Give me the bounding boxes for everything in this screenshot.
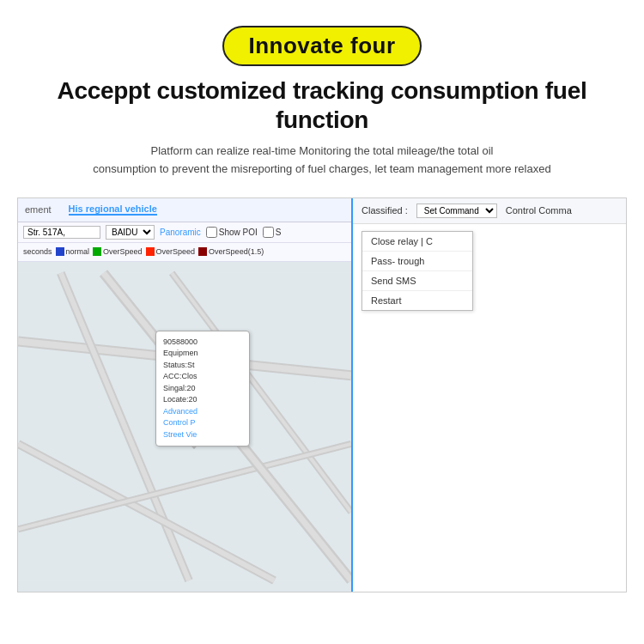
legend-box-overspeed1 <box>93 247 101 256</box>
subtitle-line2: consumption to prevent the misreporting … <box>93 162 550 175</box>
info-popup: 90588000 Equipmen Status:St ACC:Clos Sin… <box>155 331 250 447</box>
legend-item-overspeed15: OverSpeed(1.5) <box>198 247 264 256</box>
legend-label-overspeed2: OverSpeed <box>156 247 196 256</box>
tab-management[interactable]: ement <box>25 204 52 215</box>
legend-bar: seconds normal OverSpeed OverSpeed OverS… <box>18 243 351 262</box>
dropdown-menu: Close relay | C Pass- trough Send SMS Re… <box>361 231 473 311</box>
left-top-bar: ement His regional vehicle <box>18 198 351 222</box>
right-bottom-area <box>353 318 626 592</box>
legend-label-overspeed1: OverSpeed <box>103 247 143 256</box>
menu-item-restart[interactable]: Restart <box>362 291 472 310</box>
map-canvas[interactable]: 90588000 Equipmen Status:St ACC:Clos Sin… <box>18 262 351 592</box>
subtitle-line1: Platform can realize real-time Monitorin… <box>151 144 494 157</box>
left-panel: ement His regional vehicle BAIDU Panoram… <box>18 198 353 592</box>
classified-label: Classified : <box>361 205 408 216</box>
legend-item-normal: normal <box>56 247 90 256</box>
badge-wrapper: Innovate four <box>222 26 421 66</box>
main-title: Acceppt customized tracking consumption … <box>17 76 627 134</box>
right-top-bar: Classified : Set Command Control Comma <box>353 198 626 224</box>
legend-box-overspeed15 <box>198 247 207 256</box>
innovate-badge: Innovate four <box>222 26 421 66</box>
popup-status: Status:St <box>163 360 242 372</box>
legend-box-normal <box>56 247 64 256</box>
legend-item-overspeed1: OverSpeed <box>93 247 143 256</box>
legend-item-overspeed2: OverSpeed <box>146 247 196 256</box>
menu-item-send-sms[interactable]: Send SMS <box>362 271 472 291</box>
legend-seconds: seconds <box>23 247 52 256</box>
popup-equipment: Equipmen <box>163 348 242 360</box>
set-command-select[interactable]: Set Command <box>416 204 497 218</box>
right-panel: Classified : Set Command Control Comma C… <box>353 198 626 592</box>
show-s-checkbox[interactable] <box>263 227 274 238</box>
controls-bar: BAIDU Panoramic Show POI S <box>18 222 351 243</box>
control-command-label: Control Comma <box>506 205 572 216</box>
menu-item-pass-trough[interactable]: Pass- trough <box>362 252 472 271</box>
popup-advanced-link[interactable]: Advanced <box>163 406 242 418</box>
show-poi-checkbox[interactable] <box>206 227 217 238</box>
popup-id: 90588000 <box>163 337 242 349</box>
address-input[interactable] <box>23 226 100 239</box>
legend-label-normal: normal <box>66 247 90 256</box>
screenshot-area: ement His regional vehicle BAIDU Panoram… <box>17 197 627 592</box>
tab-regional-vehicle[interactable]: His regional vehicle <box>69 204 157 216</box>
popup-street-link[interactable]: Street Vie <box>163 429 242 441</box>
popup-acc: ACC:Clos <box>163 371 242 383</box>
badge-text: Innovate four <box>248 33 395 58</box>
popup-locate: Locate:20 <box>163 394 242 406</box>
panoramic-link[interactable]: Panoramic <box>160 228 201 237</box>
subtitle: Platform can realize real-time Monitorin… <box>93 143 550 179</box>
legend-label-overspeed15: OverSpeed(1.5) <box>209 247 264 256</box>
menu-item-close-relay[interactable]: Close relay | C <box>362 232 472 252</box>
show-s-text: S <box>276 228 282 237</box>
page-wrapper: Innovate four Acceppt customized trackin… <box>0 0 644 644</box>
map-type-select[interactable]: BAIDU <box>106 225 155 240</box>
popup-control-link[interactable]: Control P <box>163 417 242 429</box>
legend-box-overspeed2 <box>146 247 155 256</box>
popup-signal: Singal:20 <box>163 383 242 395</box>
show-poi-text: Show POI <box>219 228 258 237</box>
show-poi-label: Show POI <box>206 227 258 238</box>
show-s-label: S <box>263 227 282 238</box>
